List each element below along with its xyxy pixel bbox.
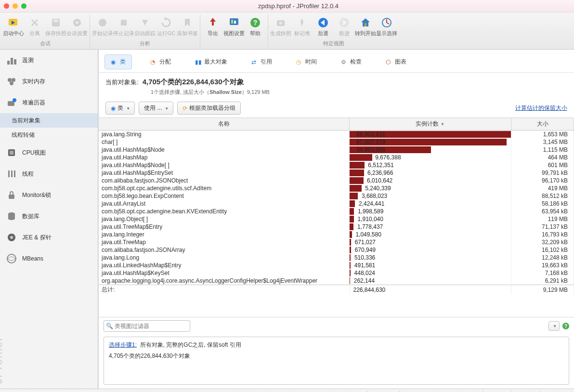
table-row[interactable]: java.util.HashMap$KeySet448,0247,168 kB bbox=[99, 269, 574, 277]
table-row[interactable]: java.lang.Object[ ]1,910,040119 MB bbox=[99, 215, 574, 223]
table-row[interactable]: com.alibaba.fastjson.JSONArray670,94916,… bbox=[99, 246, 574, 254]
table-row[interactable]: com.bj58.opt.cpc.adengine.utils.scf.AdIt… bbox=[99, 184, 574, 192]
table-total-row: 总计:226,844,6309,129 MB bbox=[99, 285, 574, 295]
save-icon bbox=[50, 16, 62, 29]
cell-count: 448,024 bbox=[349, 269, 511, 277]
sidebar-item-telemetry[interactable]: 遥测 bbox=[0, 50, 98, 71]
svg-rect-35 bbox=[10, 151, 13, 155]
sidebar-item-label: JEE & 探针 bbox=[22, 234, 52, 242]
col-size[interactable]: 大小 bbox=[511, 118, 574, 131]
toolbar-item-label: 生成快照 bbox=[270, 30, 291, 37]
close-icon[interactable] bbox=[4, 3, 9, 9]
toolbar-help-button[interactable]: ?帮助 bbox=[245, 14, 266, 39]
lock-icon bbox=[6, 189, 17, 201]
content-area: ◉类◔分配▮▮最大对象⇄引用◷时间⚙检查⬡图表 当前对象集: 4,705个类的2… bbox=[98, 50, 574, 389]
svg-point-31 bbox=[10, 81, 13, 85]
svg-rect-27 bbox=[11, 58, 13, 65]
tab-inspect[interactable]: ⚙检查 bbox=[335, 55, 367, 69]
table-row[interactable]: com.bj58.opt.cpc.adengine.bean.KVExtendE… bbox=[99, 208, 574, 215]
snap-icon bbox=[274, 16, 287, 29]
pin-icon bbox=[296, 16, 308, 29]
table-row[interactable]: java.util.TreeMap$Entry1,778,43771,137 k… bbox=[99, 223, 574, 231]
svg-rect-11 bbox=[231, 20, 233, 24]
sidebar-sub-item[interactable]: 线程转储 bbox=[0, 128, 98, 142]
time-icon: ◷ bbox=[296, 59, 303, 65]
table-row[interactable]: com.bj58.lego.bean.ExpContent3,688,02388… bbox=[99, 192, 574, 200]
tab-class[interactable]: ◉类 bbox=[104, 54, 132, 69]
toolbar-item-label: 视图设置 bbox=[223, 30, 245, 37]
use-dropdown-button[interactable]: 使用 ... bbox=[139, 102, 173, 115]
cell-count: 68,903,931 bbox=[349, 131, 511, 139]
toolbar-back-button[interactable]: 后退 bbox=[313, 14, 334, 39]
table-row[interactable]: com.alibaba.fastjson.JSONObject6,010,642… bbox=[99, 177, 574, 184]
table-row[interactable]: char[ ]67,007,3793,145 MB bbox=[99, 138, 574, 146]
toolbar-home-button[interactable]: 转到开始 bbox=[355, 14, 376, 39]
toolbar-start-button[interactable]: 启动中心 bbox=[3, 14, 24, 39]
sidebar-item-threads[interactable]: 线程 bbox=[0, 163, 98, 184]
summary-panel: 当前对象集: 4,705个类的226,844,630个对象 1个选择步骤, 浅层… bbox=[99, 73, 574, 99]
table-row[interactable]: java.lang.Integer1,049,58016,793 kB bbox=[99, 231, 574, 238]
group-by-classloader-button[interactable]: ⟳ 根据类加载器分组 bbox=[177, 102, 241, 115]
table-row[interactable]: java.util.LinkedHashMap$Entry491,58119,6… bbox=[99, 261, 574, 269]
view-tabs: ◉类◔分配▮▮最大对象⇄引用◷时间⚙检查⬡图表 bbox=[99, 50, 574, 73]
toolbar-item-label: 保存快照 bbox=[45, 30, 66, 37]
tab-alloc[interactable]: ◔分配 bbox=[144, 55, 177, 69]
inspect-icon: ⚙ bbox=[341, 59, 348, 65]
sidebar-item-cpu[interactable]: CPU视图 bbox=[0, 142, 98, 163]
toolbar-viewset-button[interactable]: 视图设置 bbox=[223, 14, 245, 39]
svg-rect-37 bbox=[11, 170, 13, 177]
toolbar-item-label: 会话设置 bbox=[66, 30, 88, 37]
sidebar-item-probes[interactable]: JEE & 探针 bbox=[0, 227, 98, 248]
home-icon bbox=[359, 16, 372, 29]
table-row[interactable]: org.apache.logging.log4j.core.async.Asyn… bbox=[99, 277, 574, 285]
table-row[interactable]: java.util.HashMap$Node[ ]6,512,351601 MB bbox=[99, 161, 574, 169]
help-icon: ? bbox=[249, 16, 261, 29]
help-icon[interactable]: ? bbox=[562, 323, 569, 329]
sidebar-sub-item[interactable]: 当前对象集 bbox=[0, 113, 98, 128]
toolbar-item-label: 转到开始 bbox=[355, 30, 376, 37]
tab-ref[interactable]: ⇄引用 bbox=[246, 55, 278, 69]
calc-retained-link[interactable]: 计算估计的保留大小 bbox=[515, 104, 567, 112]
tab-biggest[interactable]: ▮▮最大对象 bbox=[189, 55, 233, 69]
window-controls bbox=[4, 3, 26, 9]
table-row[interactable]: java.lang.Long510,33612,248 kB bbox=[99, 254, 574, 261]
mbeans-icon bbox=[6, 253, 17, 264]
minimize-icon[interactable] bbox=[13, 3, 18, 9]
toolbar-item-label: 帮助 bbox=[250, 30, 261, 37]
step-link[interactable]: 选择步骤1: bbox=[109, 341, 137, 348]
col-name[interactable]: 名称 bbox=[99, 118, 349, 131]
table-row[interactable]: java.util.HashMap9,676,388464 MB bbox=[99, 154, 574, 161]
svg-rect-26 bbox=[7, 61, 10, 65]
svg-point-42 bbox=[8, 217, 15, 220]
cell-size: 3,145 MB bbox=[511, 138, 574, 146]
tab-time[interactable]: ◷时间 bbox=[290, 55, 323, 69]
table-row[interactable]: java.util.HashMap$Node34,863,8681,115 MB bbox=[99, 146, 574, 154]
objects-table[interactable]: 名称 实例计数 ▼ 大小 java.lang.String68,903,9311… bbox=[99, 118, 574, 317]
toolbar-export-button[interactable]: 导出 bbox=[202, 14, 223, 39]
filter-input[interactable] bbox=[104, 320, 190, 332]
toolbar-settings-button: 会话设置 bbox=[66, 14, 88, 39]
table-row[interactable]: java.util.TreeMap671,02732,209 kB bbox=[99, 238, 574, 246]
toolbar-item-label: 显示选择 bbox=[376, 30, 397, 37]
cell-count: 1,998,589 bbox=[349, 208, 511, 215]
sidebar-item-livemem[interactable]: 实时内存 bbox=[0, 71, 98, 92]
fwd-icon bbox=[338, 16, 351, 29]
sidebar-item-mbeans[interactable]: MBeans bbox=[0, 248, 98, 269]
cell-count: 1,049,580 bbox=[349, 231, 511, 238]
maximize-icon[interactable] bbox=[21, 3, 26, 9]
col-count[interactable]: 实例计数 ▼ bbox=[349, 118, 511, 131]
sidebar-item-lock[interactable]: Monitor&锁 bbox=[0, 184, 98, 206]
sidebar-item-heapwalker[interactable]: 堆遍历器 bbox=[0, 92, 98, 113]
tab-graph[interactable]: ⬡图表 bbox=[380, 55, 412, 69]
cell-classname: java.util.HashMap$Node bbox=[99, 146, 349, 154]
selection-steps-panel: 选择步骤1: 所有对象, 完整的GC之后, 保留soft 引用 4,705个类的… bbox=[104, 337, 569, 385]
toolbar-rec-button: 开始记录 bbox=[92, 14, 113, 39]
track-icon bbox=[139, 16, 151, 29]
toolbar-showsel-button[interactable]: 显示选择 bbox=[376, 14, 397, 39]
class-dropdown-button[interactable]: ◉ 类 bbox=[105, 102, 135, 115]
table-row[interactable]: java.util.HashMap$EntrySet6,236,96699,79… bbox=[99, 169, 574, 177]
table-row[interactable]: java.util.ArrayList2,424,44158,186 kB bbox=[99, 200, 574, 208]
filter-options-button[interactable] bbox=[548, 321, 560, 331]
sidebar-item-db[interactable]: 数据库 bbox=[0, 206, 98, 227]
table-row[interactable]: java.lang.String68,903,9311,653 MB bbox=[99, 131, 574, 139]
